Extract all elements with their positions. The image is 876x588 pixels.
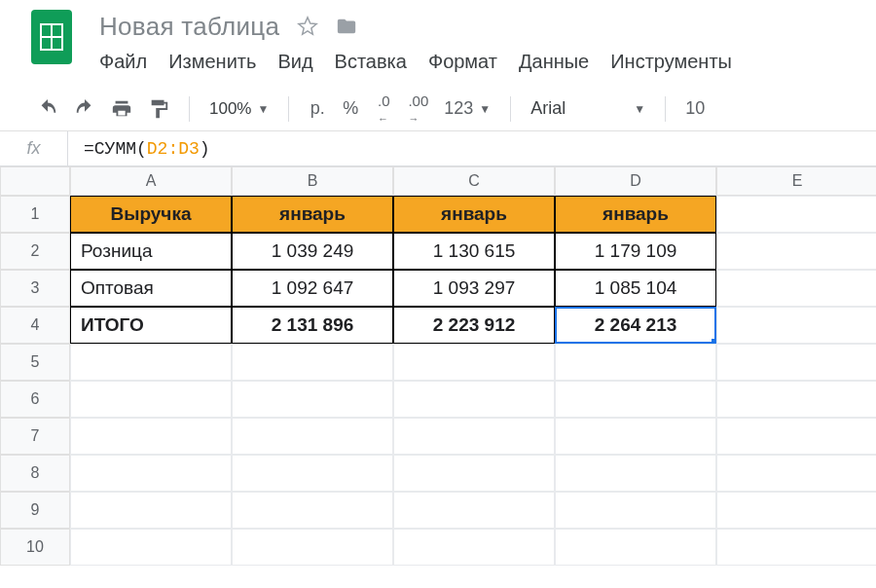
cell-D10[interactable] <box>555 529 716 566</box>
cell-D6[interactable] <box>555 381 716 418</box>
cell-D1[interactable]: январь <box>555 196 716 233</box>
cell-C7[interactable] <box>393 418 555 455</box>
paint-format-button[interactable] <box>142 94 175 124</box>
print-button[interactable] <box>105 94 138 124</box>
redo-button[interactable] <box>68 94 101 124</box>
cell-D2[interactable]: 1 179 109 <box>555 233 716 270</box>
col-header-A[interactable]: A <box>70 166 232 196</box>
format-currency-button[interactable]: р. <box>303 94 332 124</box>
cell-A8[interactable] <box>70 455 232 492</box>
cell-B9[interactable] <box>232 492 393 529</box>
row-header-2[interactable]: 2 <box>0 233 70 270</box>
row-header-3[interactable]: 3 <box>0 270 70 307</box>
cell-A9[interactable] <box>70 492 232 529</box>
row-header-6[interactable]: 6 <box>0 381 70 418</box>
formula-bar: fx =СУММ(D2:D3) <box>0 131 876 166</box>
cell-A2[interactable]: Розница <box>70 233 232 270</box>
star-icon[interactable] <box>297 16 318 37</box>
zoom-dropdown[interactable]: 100%▼ <box>203 94 274 124</box>
cell-B3[interactable]: 1 092 647 <box>232 270 393 307</box>
col-header-C[interactable]: C <box>393 166 555 196</box>
cell-C2[interactable]: 1 130 615 <box>393 233 555 270</box>
cell-B5[interactable] <box>232 344 393 381</box>
cell-C8[interactable] <box>393 455 555 492</box>
cell-C1[interactable]: январь <box>393 196 555 233</box>
cell-C5[interactable] <box>393 344 555 381</box>
toolbar-separator <box>288 96 289 122</box>
cell-E4[interactable] <box>716 307 876 344</box>
toolbar: 100%▼ р. % .0← .00→ 123▼ Arial▼ 10 <box>0 87 876 131</box>
decrease-decimal-button[interactable]: .0← <box>369 94 398 124</box>
cell-D8[interactable] <box>555 455 716 492</box>
cell-B4[interactable]: 2 131 896 <box>232 307 393 344</box>
cell-E7[interactable] <box>716 418 876 455</box>
menu-edit[interactable]: Изменить <box>168 51 256 73</box>
cell-B10[interactable] <box>232 529 393 566</box>
col-header-B[interactable]: B <box>232 166 393 196</box>
increase-decimal-button[interactable]: .00→ <box>402 94 434 124</box>
cell-D9[interactable] <box>555 492 716 529</box>
cell-C9[interactable] <box>393 492 555 529</box>
cell-D3[interactable]: 1 085 104 <box>555 270 716 307</box>
cell-A5[interactable] <box>70 344 232 381</box>
menu-format[interactable]: Формат <box>428 51 497 73</box>
cell-A3[interactable]: Оптовая <box>70 270 232 307</box>
row-header-10[interactable]: 10 <box>0 529 70 566</box>
document-title[interactable]: Новая таблица <box>99 12 279 42</box>
formula-prefix: =СУММ( <box>84 139 147 159</box>
cell-A6[interactable] <box>70 381 232 418</box>
select-all-corner[interactable] <box>0 166 70 196</box>
cell-C4[interactable]: 2 223 912 <box>393 307 555 344</box>
cell-B8[interactable] <box>232 455 393 492</box>
row-header-9[interactable]: 9 <box>0 492 70 529</box>
cell-C3[interactable]: 1 093 297 <box>393 270 555 307</box>
menu-tools[interactable]: Инструменты <box>610 51 732 73</box>
menu-view[interactable]: Вид <box>277 51 312 73</box>
cell-B1[interactable]: январь <box>232 196 393 233</box>
cell-E9[interactable] <box>716 492 876 529</box>
cell-E5[interactable] <box>716 344 876 381</box>
fx-icon: fx <box>0 131 68 165</box>
menu-data[interactable]: Данные <box>519 51 589 73</box>
toolbar-separator <box>510 96 511 122</box>
row-header-1[interactable]: 1 <box>0 196 70 233</box>
menu-file[interactable]: Файл <box>99 51 147 73</box>
row-header-4[interactable]: 4 <box>0 307 70 344</box>
number-format-dropdown[interactable]: 123▼ <box>438 94 496 124</box>
row-header-5[interactable]: 5 <box>0 344 70 381</box>
cell-A7[interactable] <box>70 418 232 455</box>
format-percent-button[interactable]: % <box>336 94 365 124</box>
toolbar-separator <box>665 96 666 122</box>
cell-A10[interactable] <box>70 529 232 566</box>
cell-B2[interactable]: 1 039 249 <box>232 233 393 270</box>
undo-button[interactable] <box>31 94 64 124</box>
cell-A1[interactable]: Выручка <box>70 196 232 233</box>
cell-D5[interactable] <box>555 344 716 381</box>
row-header-7[interactable]: 7 <box>0 418 70 455</box>
cell-B7[interactable] <box>232 418 393 455</box>
cell-C6[interactable] <box>393 381 555 418</box>
spreadsheet-grid[interactable]: A B C D E 1 Выручка январь январь январь… <box>0 166 876 566</box>
cell-B6[interactable] <box>232 381 393 418</box>
sheets-logo-icon[interactable] <box>31 10 72 64</box>
cell-D4[interactable]: 2 264 213 <box>555 307 716 344</box>
cell-C10[interactable] <box>393 529 555 566</box>
cell-E1[interactable] <box>716 196 876 233</box>
formula-suffix: ) <box>200 139 210 159</box>
cell-D7[interactable] <box>555 418 716 455</box>
col-header-E[interactable]: E <box>716 166 876 196</box>
cell-E8[interactable] <box>716 455 876 492</box>
cell-E3[interactable] <box>716 270 876 307</box>
font-size-dropdown[interactable]: 10 <box>679 94 711 124</box>
folder-icon[interactable] <box>336 16 357 37</box>
menu-insert[interactable]: Вставка <box>335 51 407 73</box>
formula-input[interactable]: =СУММ(D2:D3) <box>68 139 876 159</box>
cell-E10[interactable] <box>716 529 876 566</box>
cell-E6[interactable] <box>716 381 876 418</box>
cell-E2[interactable] <box>716 233 876 270</box>
row-header-8[interactable]: 8 <box>0 455 70 492</box>
col-header-D[interactable]: D <box>555 166 716 196</box>
formula-range: D2:D3 <box>147 139 200 159</box>
cell-A4[interactable]: ИТОГО <box>70 307 232 344</box>
font-family-dropdown[interactable]: Arial▼ <box>525 94 651 124</box>
